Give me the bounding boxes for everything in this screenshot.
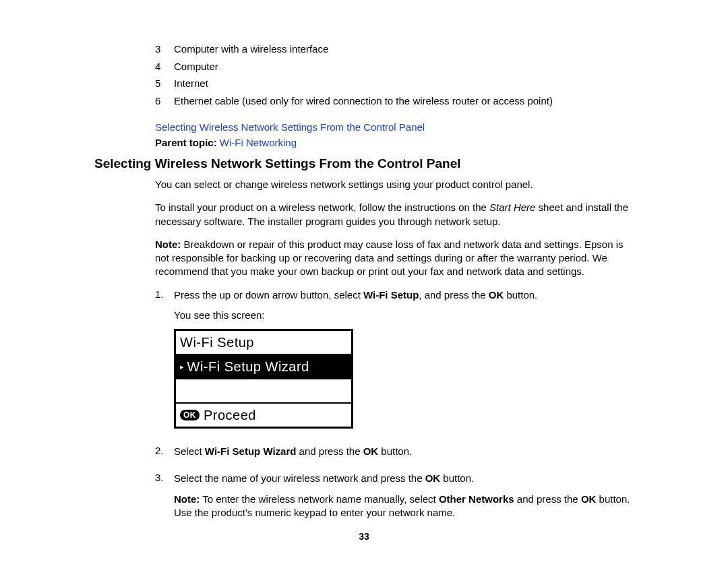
topic-link[interactable]: Selecting Wireless Network Settings From… bbox=[155, 121, 425, 133]
definition-text: Internet bbox=[174, 75, 208, 92]
definition-number: 4 bbox=[155, 58, 174, 75]
section-heading: Selecting Wireless Network Settings From… bbox=[94, 156, 634, 171]
definition-row: 4 Computer bbox=[155, 58, 634, 75]
definition-number: 5 bbox=[155, 75, 174, 92]
definition-list: 3 Computer with a wireless interface 4 C… bbox=[155, 40, 634, 109]
step-text: Press the up or down arrow button, selec… bbox=[174, 288, 634, 302]
definition-text: Computer with a wireless interface bbox=[174, 40, 328, 58]
document-page: 3 Computer with a wireless interface 4 C… bbox=[0, 0, 728, 562]
topic-link-line: Selecting Wireless Network Settings From… bbox=[155, 121, 634, 133]
definition-text: Computer bbox=[174, 58, 218, 75]
pointer-icon: ▸ bbox=[180, 363, 185, 371]
step-text: Select the name of your wireless network… bbox=[174, 472, 634, 485]
intro-block: You can select or change wireless networ… bbox=[155, 178, 634, 279]
intro-paragraph: To install your product on a wireless ne… bbox=[155, 201, 634, 228]
step-number: 1. bbox=[155, 288, 174, 439]
definition-number: 3 bbox=[155, 40, 174, 58]
definition-row: 6 Ethernet cable (used only for wired co… bbox=[155, 92, 634, 110]
note-label: Note: bbox=[155, 239, 181, 250]
step-number: 2. bbox=[155, 445, 174, 465]
step-note: Note: To enter the wireless network name… bbox=[174, 493, 634, 520]
step-item: 1. Press the up or down arrow button, se… bbox=[155, 288, 634, 439]
steps-list: 1. Press the up or down arrow button, se… bbox=[155, 288, 634, 527]
lcd-empty-row bbox=[176, 379, 351, 404]
definition-row: 3 Computer with a wireless interface bbox=[155, 40, 634, 58]
ok-icon: OK bbox=[180, 410, 200, 420]
parent-topic-link[interactable]: Wi-Fi Networking bbox=[220, 137, 297, 148]
step-number: 3. bbox=[155, 472, 174, 526]
parent-topic-label: Parent topic: bbox=[155, 137, 217, 148]
screen-lead-text: You see this screen: bbox=[174, 309, 634, 322]
parent-topic-line: Parent topic: Wi-Fi Networking bbox=[155, 137, 634, 148]
definition-number: 6 bbox=[155, 92, 174, 110]
start-here-title: Start Here bbox=[489, 201, 535, 213]
definition-text: Ethernet cable (used only for wired conn… bbox=[174, 92, 553, 110]
step-text: Select Wi-Fi Setup Wizard and press the … bbox=[174, 445, 634, 458]
lcd-selected-row: ▸ Wi-Fi Setup Wizard bbox=[176, 355, 351, 379]
definition-row: 5 Internet bbox=[155, 75, 634, 92]
note-label: Note: bbox=[174, 493, 200, 505]
note-paragraph: Note: Breakdown or repair of this produc… bbox=[155, 238, 634, 279]
lcd-proceed-row: OK Proceed bbox=[176, 404, 351, 427]
step-item: 2. Select Wi-Fi Setup Wizard and press t… bbox=[155, 445, 634, 465]
page-number: 33 bbox=[0, 531, 728, 542]
lcd-title-row: Wi-Fi Setup bbox=[176, 331, 351, 355]
lcd-screen: Wi-Fi Setup ▸ Wi-Fi Setup Wizard OK Proc… bbox=[174, 329, 353, 429]
intro-paragraph: You can select or change wireless networ… bbox=[155, 178, 634, 191]
step-item: 3. Select the name of your wireless netw… bbox=[155, 472, 634, 526]
